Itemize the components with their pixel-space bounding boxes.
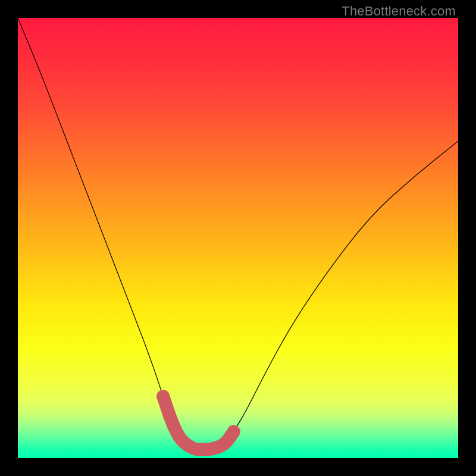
bottleneck-curve-highlight [163, 396, 233, 449]
bottleneck-curve [18, 18, 458, 449]
watermark-text: TheBottleneck.com [342, 4, 456, 19]
highlight-endpoint-left [156, 390, 170, 403]
highlight-endpoint-right [227, 425, 240, 439]
chart-frame: TheBottleneck.com [0, 0, 476, 476]
curve-svg [18, 18, 458, 458]
plot-area [18, 18, 458, 458]
